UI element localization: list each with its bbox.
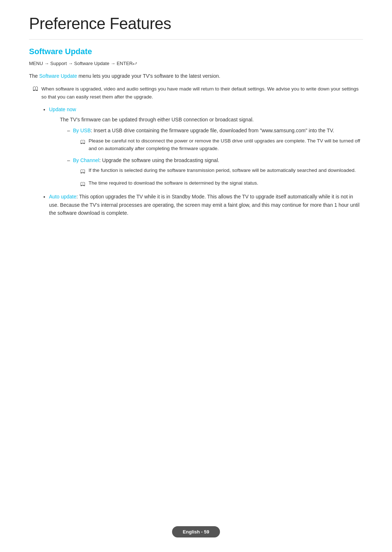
bullet-auto-update: Auto update: This option upgrades the TV…	[49, 193, 363, 217]
breadcrumb-menu[interactable]: MENU	[29, 61, 43, 66]
dash-by-channel: By Channel: Upgrade the software using t…	[67, 156, 363, 188]
note-usb-text: Please be careful not to disconnect the …	[89, 137, 363, 153]
note-icon-channel1: 🕮	[80, 167, 86, 176]
note-icon-1: 🕮	[33, 85, 38, 92]
auto-update-text: : This option upgrades the TV while it i…	[49, 194, 359, 216]
footer-badge: English - 59	[172, 526, 220, 537]
by-usb-text: : Insert a USB drive containing the firm…	[91, 128, 334, 133]
breadcrumb-sep2: →	[68, 61, 74, 66]
by-usb-link[interactable]: By USB	[73, 128, 91, 133]
note-icon-channel2: 🕮	[80, 180, 86, 188]
breadcrumb-sep1: →	[44, 61, 50, 66]
page-footer: English - 59	[0, 526, 392, 537]
section-title: Software Update	[29, 47, 363, 56]
breadcrumb-software-update[interactable]: Software Update	[74, 61, 109, 66]
breadcrumb-sep3: →	[111, 61, 117, 66]
update-now-description: The TV's firmware can be updated through…	[60, 116, 363, 124]
update-now-link[interactable]: Update now	[49, 106, 76, 112]
dash-list: By USB: Insert a USB drive containing th…	[60, 126, 363, 188]
page-main-title: Preference Features	[29, 15, 363, 33]
note-channel1-text: If the function is selected during the s…	[89, 166, 356, 174]
note-channel2-text: The time required to download the softwa…	[89, 179, 258, 187]
breadcrumb: MENU → Support → Software Update → ENTER…	[29, 61, 363, 66]
by-channel-text: : Upgrade the software using the broadca…	[99, 157, 219, 163]
section-divider	[29, 39, 363, 40]
auto-update-link[interactable]: Auto update	[49, 194, 77, 200]
note-channel1: 🕮 If the function is selected during the…	[73, 166, 363, 176]
bullet-update-now: Update now The TV's firmware can be upda…	[49, 105, 363, 189]
intro-paragraph: The Software Update menu lets you upgrad…	[29, 72, 363, 80]
note-channel2: 🕮 The time required to download the soft…	[73, 179, 363, 188]
intro-link-software-update[interactable]: Software Update	[39, 73, 77, 79]
dash-by-usb: By USB: Insert a USB drive containing th…	[67, 126, 363, 153]
auto-update-list: Auto update: This option upgrades the TV…	[29, 193, 363, 217]
note-icon-usb: 🕮	[80, 137, 86, 146]
breadcrumb-support[interactable]: Support	[50, 61, 67, 66]
note-upgrade-text: When software is upgraded, video and aud…	[41, 85, 363, 101]
by-channel-link[interactable]: By Channel	[73, 157, 99, 163]
note-usb: 🕮 Please be careful not to disconnect th…	[73, 137, 363, 153]
note-upgrade-warning: 🕮 When software is upgraded, video and a…	[29, 85, 363, 101]
update-now-content: The TV's firmware can be updated through…	[49, 116, 363, 188]
breadcrumb-enter: ENTER⮐	[117, 61, 137, 66]
main-bullet-list: Update now The TV's firmware can be upda…	[29, 105, 363, 189]
